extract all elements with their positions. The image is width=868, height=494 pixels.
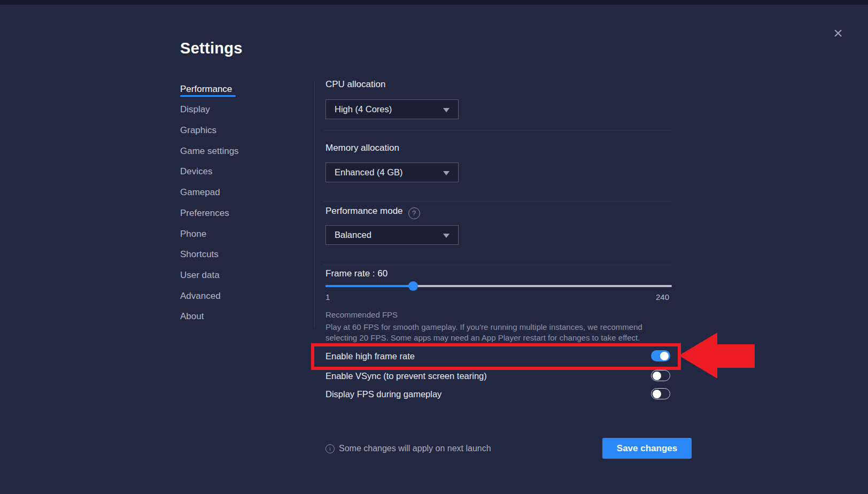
save-changes-button[interactable]: Save changes [602, 438, 692, 459]
sidebar-item-performance[interactable]: Performance [180, 83, 232, 96]
cpu-allocation-dropdown[interactable]: High (4 Cores) [326, 99, 459, 119]
chevron-down-icon [443, 108, 449, 112]
sidebar-item-about[interactable]: About [180, 310, 204, 323]
window-top-edge [0, 0, 868, 5]
slider-min-label: 1 [326, 292, 330, 303]
enable-high-frame-rate-label: Enable high frame rate [326, 350, 415, 362]
sidebar-item-phone[interactable]: Phone [180, 228, 206, 241]
sidebar-item-preferences[interactable]: Preferences [180, 207, 229, 220]
memory-allocation-dropdown[interactable]: Enhanced (4 GB) [326, 163, 459, 182]
section-divider [324, 201, 672, 202]
display-fps-toggle[interactable] [651, 388, 670, 399]
cpu-allocation-value: High (4 Cores) [335, 104, 392, 114]
sidebar-item-graphics[interactable]: Graphics [180, 124, 216, 137]
sidebar-item-advanced[interactable]: Advanced [180, 290, 221, 303]
section-divider [324, 265, 672, 265]
toggle-knob [653, 372, 661, 380]
recommended-fps-title: Recommended FPS [326, 310, 398, 320]
sidebar-item-user-data[interactable]: User data [180, 269, 220, 282]
performance-mode-label-text: Performance mode [326, 206, 403, 216]
chevron-down-icon [443, 234, 449, 238]
sidebar-item-shortcuts[interactable]: Shortcuts [180, 248, 219, 261]
sidebar-item-gamepad[interactable]: Gamepad [180, 186, 220, 199]
sidebar-item-devices[interactable]: Devices [180, 165, 212, 178]
section-divider [324, 130, 672, 130]
toggle-knob [660, 352, 669, 360]
toggle-knob [653, 390, 661, 398]
apply-on-launch-note: Some changes will apply on next launch [339, 442, 491, 455]
enable-high-frame-rate-toggle[interactable] [651, 350, 670, 361]
frame-rate-label: Frame rate : 60 [326, 268, 387, 280]
cpu-allocation-label: CPU allocation [326, 79, 385, 90]
info-icon: i [326, 444, 335, 453]
performance-mode-label: Performance mode? [326, 205, 420, 219]
display-fps-label: Display FPS during gameplay [326, 388, 441, 400]
memory-allocation-value: Enhanced (4 GB) [335, 167, 403, 177]
annotation-arrow-left-icon [677, 330, 756, 380]
performance-mode-value: Balanced [335, 230, 371, 240]
active-tab-underline [180, 95, 236, 97]
sidebar-item-display[interactable]: Display [180, 103, 210, 116]
frame-rate-slider-thumb[interactable] [408, 281, 418, 291]
page-title: Settings [180, 40, 243, 57]
sidebar-item-game-settings[interactable]: Game settings [180, 145, 239, 158]
chevron-down-icon [443, 171, 449, 175]
frame-rate-slider-fill [326, 285, 413, 287]
recommended-fps-line2: selecting 20 FPS. Some apps may need an … [326, 333, 640, 343]
sidebar-divider [314, 81, 315, 327]
performance-mode-dropdown[interactable]: Balanced [326, 225, 459, 245]
recommended-fps-line1: Play at 60 FPS for smooth gameplay. If y… [326, 322, 642, 333]
close-icon[interactable]: × [827, 22, 849, 44]
help-icon[interactable]: ? [408, 207, 420, 219]
memory-allocation-label: Memory allocation [326, 142, 399, 154]
slider-max-label: 240 [656, 292, 669, 303]
enable-vsync-label: Enable VSync (to prevent screen tearing) [326, 370, 487, 382]
enable-vsync-toggle[interactable] [651, 370, 670, 381]
